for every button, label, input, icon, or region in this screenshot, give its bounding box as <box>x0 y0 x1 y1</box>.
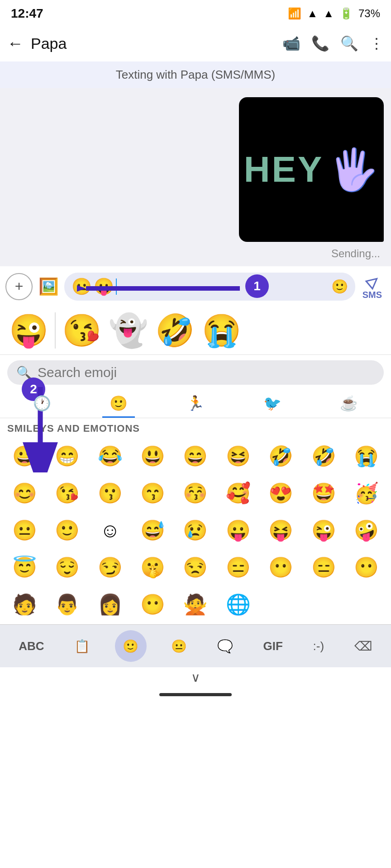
keyboard-abc-button[interactable]: ABC <box>13 636 49 657</box>
recent-icon: 🕐 <box>33 395 51 411</box>
emoji-cell[interactable]: 😍 <box>260 475 302 511</box>
tab-people[interactable]: 🏃 <box>179 390 212 418</box>
smileys-icon: 🙂 <box>110 395 128 411</box>
keyboard-clipboard-button[interactable]: 📋 <box>69 635 95 657</box>
emoji-cell[interactable]: 🤪 <box>346 512 387 548</box>
keyboard-delete-button[interactable]: ⌫ <box>349 635 378 657</box>
chat-area: HEY 🖐️ Sending... 2 <box>0 88 391 266</box>
emoji-cell[interactable]: 🙅 <box>175 586 216 623</box>
emoji-cell[interactable]: 😄 <box>175 438 216 474</box>
emoji-cell[interactable]: 😑 <box>217 549 259 585</box>
emoji-cell[interactable]: 😛 <box>217 512 259 548</box>
keyboard-sticker-button[interactable]: 😐 <box>166 635 192 657</box>
recent-emoji-2[interactable]: 😘 <box>58 310 105 351</box>
emoji-cell[interactable]: 😐 <box>4 512 45 548</box>
keyboard-gif-button[interactable]: GIF <box>258 636 288 657</box>
phone-call-icon[interactable]: 📞 <box>311 35 329 52</box>
animals-icon: 🐦 <box>263 395 281 411</box>
emoji-cell[interactable]: 😂 <box>89 438 131 474</box>
emoji-cell[interactable]: 😶 <box>346 549 387 585</box>
plus-icon: + <box>15 278 24 295</box>
top-bar: ← Papa 📹 📞 🔍 ⋮ <box>0 25 391 61</box>
status-time: 12:47 <box>11 6 43 21</box>
search-icon[interactable]: 🔍 <box>340 35 358 52</box>
emoji-cell[interactable]: 😃 <box>132 438 173 474</box>
wifi-icon: ▲ <box>307 7 318 20</box>
home-indicator <box>0 688 391 700</box>
recent-emoji-3[interactable]: 👻 <box>105 310 152 351</box>
hey-image: HEY 🖐️ <box>239 97 384 242</box>
image-attach-button[interactable]: 🖼️ <box>36 274 61 299</box>
emoji-cell[interactable]: 😇 <box>4 549 45 585</box>
keyboard-bottom-bar: ABC 📋 🙂 😐 🗨️ GIF :-) ⌫ <box>0 624 391 667</box>
hey-text-container: HEY 🖐️ <box>244 146 379 193</box>
tab-objects[interactable]: ☕ <box>333 390 365 418</box>
hand-wave-emoji: 🖐️ <box>328 146 379 193</box>
status-bar: 12:47 📶 ▲ ▲ 🔋 73% <box>0 0 391 25</box>
back-button[interactable]: ← <box>7 34 24 53</box>
annotation-1-circle: 1 <box>245 274 269 298</box>
sms-send-button[interactable]: ▷ SMS <box>359 271 386 302</box>
emoji-cell[interactable]: 🥰 <box>217 475 259 511</box>
recent-emoji-5[interactable]: 😭 <box>198 310 245 351</box>
sent-message: HEY 🖐️ <box>7 97 384 242</box>
keyboard-emoticon-button[interactable]: :-) <box>308 636 330 657</box>
chevron-down-icon[interactable]: ∨ <box>191 670 200 685</box>
chevron-down-area: ∨ <box>0 667 391 688</box>
emoji-cell[interactable]: ☺️ <box>89 512 131 548</box>
emoji-search-bar[interactable]: 🔍 <box>7 360 384 385</box>
recent-emoji-1[interactable]: 😜 <box>5 310 52 351</box>
emoji-cell[interactable]: 😝 <box>260 512 302 548</box>
delete-icon: ⌫ <box>354 639 372 654</box>
more-options-icon[interactable]: ⋮ <box>369 35 384 52</box>
emoji-cell[interactable]: 🧑 <box>4 586 45 623</box>
emoji-cell[interactable]: 🤫 <box>132 549 173 585</box>
tab-animals[interactable]: 🐦 <box>256 390 289 418</box>
emoji-cell[interactable]: 😆 <box>217 438 259 474</box>
tab-recent[interactable]: 🕐 <box>26 390 58 418</box>
battery-text: 73% <box>358 7 380 20</box>
sms-label: SMS <box>362 290 382 300</box>
emoji-trigger-button[interactable]: 🙂 <box>331 278 348 294</box>
emoji-cell[interactable]: 😌 <box>46 549 88 585</box>
emoji-cell[interactable]: 😏 <box>89 549 131 585</box>
tab-smileys[interactable]: 🙂 <box>102 390 135 418</box>
emoji-cell[interactable]: 😅 <box>132 512 173 548</box>
home-bar <box>159 693 232 696</box>
info-banner: Texting with Papa (SMS/MMS) <box>0 61 391 88</box>
video-call-icon[interactable]: 📹 <box>282 35 300 52</box>
emoji-cell[interactable]: 😶 <box>260 549 302 585</box>
keyboard-emoji-button[interactable]: 🙂 <box>115 630 147 662</box>
emoji-cell[interactable]: 🤩 <box>303 475 344 511</box>
emoji-cell[interactable]: 🤣 <box>260 438 302 474</box>
info-text: Texting with Papa (SMS/MMS) <box>116 68 276 81</box>
keyboard-memoji-button[interactable]: 🗨️ <box>212 635 238 657</box>
emoji-cell[interactable]: 🌐 <box>217 586 259 623</box>
contact-name: Papa <box>31 35 282 52</box>
abc-label: ABC <box>19 639 44 653</box>
emoji-search-input[interactable] <box>38 365 375 380</box>
emoji-cell[interactable]: 😚 <box>175 475 216 511</box>
emoji-cell[interactable]: 😭 <box>346 438 387 474</box>
emoji-cell[interactable]: 👨 <box>46 586 88 623</box>
emoji-cell[interactable]: 🥳 <box>346 475 387 511</box>
emoji-cell[interactable]: 😑 <box>303 549 344 585</box>
emoji-cell[interactable]: 😶 <box>132 586 173 623</box>
add-attachment-button[interactable]: + <box>5 273 33 300</box>
emoji-cell[interactable]: 😘 <box>46 475 88 511</box>
sim-icon: 📶 <box>288 7 301 20</box>
emoji-cell[interactable]: 😜 <box>303 512 344 548</box>
emoji-cell[interactable]: 👩 <box>89 586 131 623</box>
emoji-cell[interactable]: 😙 <box>132 475 173 511</box>
emoji-cell[interactable]: 😊 <box>4 475 45 511</box>
objects-icon: ☕ <box>340 395 358 411</box>
recent-emoji-4[interactable]: 🤣 <box>152 310 198 351</box>
emoji-cell[interactable]: 😢 <box>175 512 216 548</box>
battery-icon: 🔋 <box>339 7 353 20</box>
emoji-cell[interactable]: 😗 <box>89 475 131 511</box>
sending-label: Sending... <box>7 245 384 262</box>
hey-letters: HEY <box>244 149 324 190</box>
emoji-cell[interactable]: 🤣 <box>303 438 344 474</box>
emoji-cell[interactable]: 🙂 <box>46 512 88 548</box>
emoji-cell[interactable]: 😒 <box>175 549 216 585</box>
